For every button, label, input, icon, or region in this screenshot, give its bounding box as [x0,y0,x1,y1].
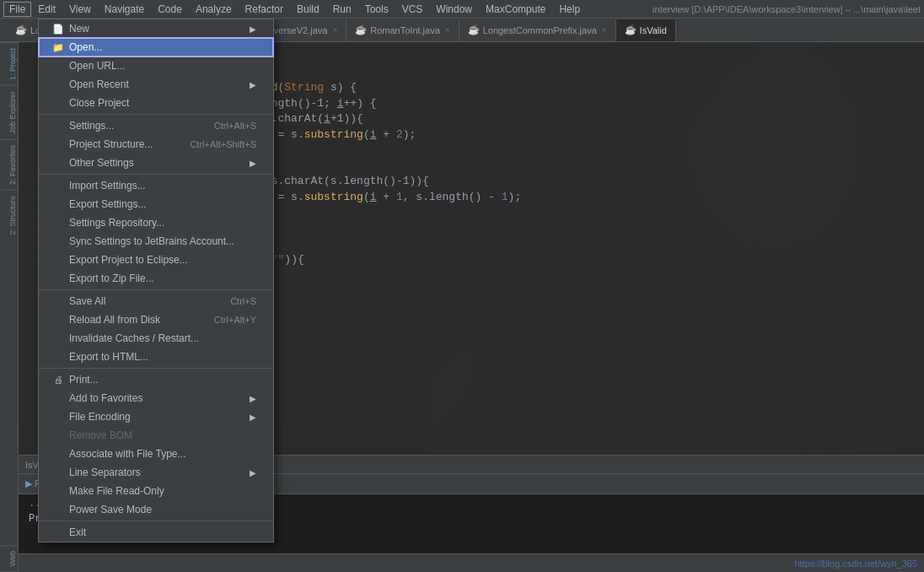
menu-code[interactable]: Code [151,2,189,17]
menu-item-new[interactable]: 📄New▶ [39,19,273,38]
menu-label-27: Line Separators [69,467,141,478]
menu-label-10: Import Settings... [69,180,146,192]
menu-label-7: Project Structure... [69,138,153,150]
menu-label-15: Export to Zip File... [69,273,154,284]
shortcut-17: Ctrl+S [230,296,256,306]
menu-label-26: Associate with File Type... [69,448,186,460]
menu-item-settings-repository---[interactable]: Settings Repository... [39,213,273,232]
tab-romantoint[interactable]: ☕ RomanToInt.java × [346,19,459,41]
tab-isvalid[interactable]: ☕ IsValid [616,19,676,41]
menu-item-export-to-html---[interactable]: Export to HTML... [39,348,273,366]
menu-item-export-project-to-eclipse---[interactable]: Export Project to Eclipse... [39,251,273,269]
menu-label-18: Reload All from Disk [69,314,160,326]
menu-item-save-all[interactable]: Save AllCtrl+S [39,292,273,310]
menu-item-export-to-zip-file---[interactable]: Export to Zip File... [39,269,273,288]
java-icon-5: ☕ [468,24,480,35]
menu-label-12: Settings Repository... [69,217,164,229]
menu-analyze[interactable]: Analyze [189,2,239,17]
menu-label-20: Export to HTML... [69,351,148,363]
menu-item-add-to-favorites[interactable]: Add to Favorites▶ [39,389,273,407]
menu-edit[interactable]: Edit [31,2,62,17]
menu-item-settings---[interactable]: Settings...Ctrl+Alt+S [39,116,273,135]
menu-maxcompute[interactable]: MaxCompute [479,2,552,17]
menu-item-print---[interactable]: 🖨Print... [39,370,273,389]
menu-label-6: Settings... [69,120,114,132]
menu-item-exit[interactable]: Exit [39,523,273,542]
open----icon: 📁 [52,42,64,53]
menu-run[interactable]: Run [326,2,358,17]
shortcut-6: Ctrl+Alt+S [214,121,256,131]
menu-help[interactable]: Help [552,2,587,17]
menu-label-19: Invalidate Caches / Restart... [69,332,199,344]
menu-separator-9 [39,174,273,175]
menu-item-remove-bom: Remove BOM [39,426,273,445]
close-tab-2[interactable]: × [332,25,337,35]
menu-item-project-structure---[interactable]: Project Structure...Ctrl+Alt+Shift+S [39,135,273,154]
menu-tools[interactable]: Tools [358,2,395,17]
menu-item-close-project[interactable]: Close Project [39,94,273,112]
menu-label-3: Open Recent [69,78,129,90]
menu-label-25: Remove BOM [69,429,132,441]
shortcut-18: Ctrl+Alt+Y [214,315,256,325]
tab-longestcommon[interactable]: ☕ LongestCommonPrefix.java × [459,19,616,41]
arrow-23: ▶ [250,394,256,403]
menu-navigate[interactable]: Navigate [98,2,151,17]
sidebar-favorites[interactable]: 2: Favorites [0,139,19,190]
menu-item-file-encoding[interactable]: File Encoding▶ [39,407,273,426]
menu-item-line-separators[interactable]: Line Separators▶ [39,463,273,482]
menu-label-17: Save All [69,295,105,307]
menu-bar: File Edit View Navigate Code Analyze Ref… [0,0,924,19]
menu-item-associate-with-file-type---[interactable]: Associate with File Type... [39,445,273,463]
sidebar-left: 1: Project Job Explorer 2: Favorites 2: … [0,42,19,572]
menu-item-sync-settings-to-jetbrains-account---[interactable]: Sync Settings to JetBrains Account... [39,232,273,251]
sidebar-structure[interactable]: 2: Structure [0,190,19,240]
menu-label-8: Other Settings [69,157,134,169]
menu-item-invalidate-caches---restart---[interactable]: Invalidate Caches / Restart... [39,329,273,348]
new-icon: 📄 [52,24,64,35]
file-dropdown-menu: 📄New▶📁Open...Open URL...Open Recent▶Clos… [38,19,274,542]
menu-item-open-url---[interactable]: Open URL... [39,57,273,75]
menu-label-23: Add to Favorites [69,392,142,404]
menu-file[interactable]: File [3,2,31,17]
sidebar-project[interactable]: 1: Project [0,42,19,85]
menu-separator-30 [39,521,273,521]
close-tab-4[interactable]: × [602,25,607,35]
menu-item-open---[interactable]: 📁Open... [39,38,273,57]
menu-label-24: File Encoding [69,411,131,423]
menu-label-11: Export Settings... [69,198,146,210]
menu-build[interactable]: Build [290,2,326,17]
arrow-3: ▶ [250,80,256,89]
menu-item-open-recent[interactable]: Open Recent▶ [39,75,273,94]
menu-window[interactable]: Window [429,2,479,17]
window-title: interview [D:\APP\IDEA\workspace3\interv… [653,4,921,14]
menu-separator-5 [39,114,273,115]
menu-label-2: Open URL... [69,60,126,72]
java-icon-6: ☕ [625,24,637,35]
menu-item-export-settings---[interactable]: Export Settings... [39,195,273,213]
java-icon-4: ☕ [355,24,367,35]
sidebar-web[interactable]: Web [0,545,19,572]
menu-label-28: Make File Read-Only [69,485,164,497]
menu-label-14: Export Project to Eclipse... [69,254,188,266]
menu-separator-16 [39,289,273,290]
arrow-8: ▶ [250,159,256,168]
menu-label-29: Power Save Mode [69,504,152,515]
java-icon: ☕ [15,24,27,35]
close-tab-3[interactable]: × [445,25,450,35]
menu-label-13: Sync Settings to JetBrains Account... [69,235,234,247]
menu-item-reload-all-from-disk[interactable]: Reload All from DiskCtrl+Alt+Y [39,310,273,329]
menu-view[interactable]: View [62,2,98,17]
print----icon: 🖨 [52,375,64,385]
menu-label-1: Open... [69,41,102,53]
menu-item-power-save-mode[interactable]: Power Save Mode [39,500,273,519]
status-bar: https://blog.csdn.net/wyn_365 [19,553,924,572]
menu-label-22: Print... [69,374,99,386]
shortcut-7: Ctrl+Alt+Shift+S [190,139,256,149]
menu-vcs[interactable]: VCS [395,2,430,17]
menu-item-import-settings---[interactable]: Import Settings... [39,176,273,195]
arrow-24: ▶ [250,413,256,422]
menu-item-other-settings[interactable]: Other Settings▶ [39,154,273,172]
menu-item-make-file-read-only[interactable]: Make File Read-Only [39,482,273,500]
menu-refactor[interactable]: Refactor [239,2,290,17]
sidebar-job-explorer[interactable]: Job Explorer [0,85,19,139]
